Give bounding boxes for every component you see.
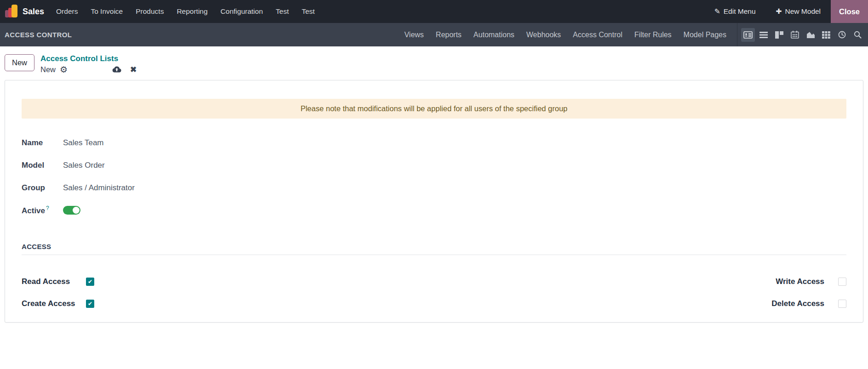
control-tabs: Views Reports Automations Webhooks Acces… [398,23,732,46]
calendar-view-icon[interactable] [788,28,802,42]
section-divider [22,255,846,255]
gear-icon[interactable]: ⚙ [60,65,68,74]
breadcrumb-parent-link[interactable]: Access Control Lists [40,54,137,63]
tab-filter-rules[interactable]: Filter Rules [628,23,678,46]
active-label: Active? [22,205,63,216]
write-access-checkbox[interactable] [838,278,846,286]
breadcrumb-area: New Access Control Lists New ⚙ ✖ [0,46,868,80]
field-name: Name Sales Team [22,131,846,154]
group-value[interactable]: Sales / Administrator [63,183,135,193]
field-active: Active? [22,199,846,221]
access-row-1: Read Access Write Access [22,271,846,293]
create-access-label: Create Access [22,299,86,308]
read-access-checkbox[interactable] [86,278,94,286]
breadcrumb-current: New [40,65,56,74]
warning-banner: Please note that modifications will be a… [22,99,846,119]
new-record-button[interactable]: New [5,54,34,71]
activity-clock-icon[interactable] [835,28,849,42]
control-bar: ACCESS CONTROL Views Reports Automations… [0,23,868,46]
navbar-right: ✎ Edit Menu ✚ New Model Close [704,0,868,23]
pivot-view-icon[interactable] [819,28,833,42]
edit-menu-label: Edit Menu [724,7,756,16]
breadcrumb: Access Control Lists New ⚙ ✖ [40,54,137,74]
form-sheet: Please note that modifications will be a… [5,80,863,323]
tab-access-control[interactable]: Access Control [567,23,628,46]
field-group: Group Sales / Administrator [22,176,846,199]
top-navbar: Sales Orders To Invoice Products Reporti… [0,0,868,23]
tab-model-pages[interactable]: Model Pages [678,23,732,46]
kanban-view-icon[interactable] [772,28,786,42]
app-name[interactable]: Sales [23,7,44,17]
page-title: ACCESS CONTROL [0,31,79,39]
model-value[interactable]: Sales Order [63,161,105,170]
field-model: Model Sales Order [22,154,846,176]
tab-automations[interactable]: Automations [468,23,520,46]
menu-test-1[interactable]: Test [269,0,295,23]
access-section: ACCESS Read Access Write Access Create A… [22,243,846,315]
tab-webhooks[interactable]: Webhooks [520,23,567,46]
name-value[interactable]: Sales Team [63,138,104,148]
active-toggle[interactable] [63,206,80,215]
delete-access-checkbox[interactable] [838,300,846,308]
graph-view-icon[interactable] [804,28,817,42]
menu-to-invoice[interactable]: To Invoice [84,0,129,23]
sales-app-icon [5,5,18,18]
menu-products[interactable]: Products [129,0,170,23]
view-switcher [741,28,868,42]
model-label: Model [22,161,63,170]
menu-configuration[interactable]: Configuration [214,0,269,23]
main-menu: Orders To Invoice Products Reporting Con… [50,0,321,23]
access-row-2: Create Access Delete Access [22,293,846,315]
tab-reports[interactable]: Reports [430,23,468,46]
close-button[interactable]: Close [831,0,868,23]
new-model-button[interactable]: ✚ New Model [766,7,831,16]
divider [737,23,737,46]
search-icon[interactable] [851,28,864,42]
pencil-icon: ✎ [714,7,720,16]
name-label: Name [22,138,63,148]
content-area: Please note that modifications will be a… [0,80,868,323]
app-brand[interactable]: Sales [0,5,50,18]
access-rights-grid: Read Access Write Access Create Access D… [22,271,846,315]
read-access-label: Read Access [22,277,86,286]
save-cloud-icon[interactable] [112,65,122,74]
group-label: Group [22,183,63,193]
edit-menu-button[interactable]: ✎ Edit Menu [704,7,766,16]
plus-icon: ✚ [776,7,782,16]
new-model-label: New Model [785,7,821,16]
list-view-icon[interactable] [757,28,771,42]
form-view-icon[interactable] [741,28,755,42]
menu-reporting[interactable]: Reporting [170,0,214,23]
form-fields: Name Sales Team Model Sales Order Group … [22,131,846,221]
tab-views[interactable]: Views [398,23,429,46]
help-question-icon[interactable]: ? [46,205,49,211]
access-section-title: ACCESS [22,243,846,250]
write-access-label: Write Access [776,277,824,286]
menu-test-2[interactable]: Test [295,0,321,23]
menu-orders[interactable]: Orders [50,0,84,23]
discard-x-icon[interactable]: ✖ [130,65,137,74]
delete-access-label: Delete Access [771,299,824,308]
create-access-checkbox[interactable] [86,300,94,308]
